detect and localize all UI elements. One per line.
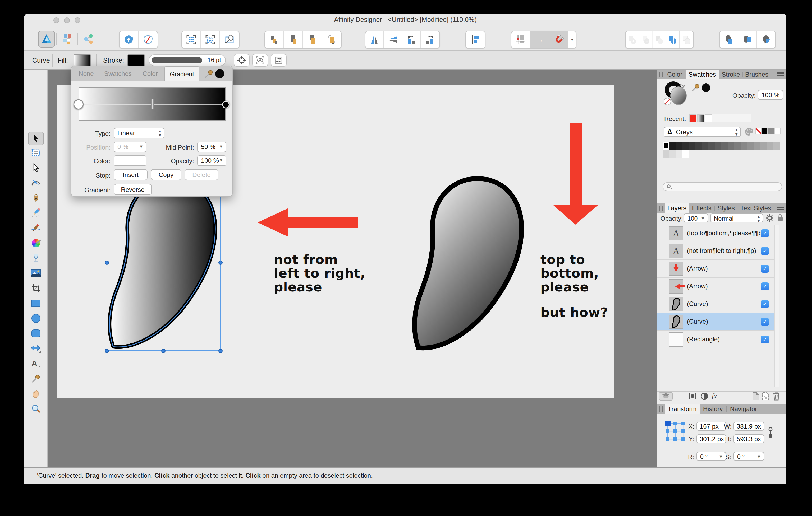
current-color-well[interactable] — [702, 84, 710, 92]
tab-history[interactable]: History — [701, 404, 725, 414]
hamburger-menu-icon[interactable] — [777, 206, 784, 211]
swatches-opacity-dropdown[interactable]: 100 %▼ — [758, 90, 783, 100]
mask-icon[interactable] — [689, 393, 696, 399]
tab-text-styles[interactable]: Text Styles — [739, 204, 773, 213]
panel-collapse-icon[interactable] — [659, 406, 663, 412]
lock-icon[interactable] — [777, 213, 784, 222]
swatch-cell[interactable] — [669, 142, 676, 150]
tool-artboard[interactable] — [30, 147, 42, 158]
swatch-cell[interactable] — [767, 142, 774, 150]
reverse-gradient-button[interactable]: Reverse — [114, 184, 152, 195]
tab-color[interactable]: Color — [138, 66, 162, 81]
alignment-button[interactable] — [466, 31, 485, 48]
boolean-combine-button[interactable] — [680, 31, 693, 48]
cycle-selection-box-button[interactable] — [252, 54, 268, 67]
insert-inside-target-button[interactable] — [738, 31, 757, 48]
gradient-stop-start[interactable] — [74, 99, 84, 110]
curve-shape-right[interactable] — [411, 172, 527, 354]
layer-visibility-checkbox[interactable]: ✓ — [761, 247, 769, 255]
swatch-cell[interactable] — [741, 142, 747, 150]
tool-rounded-rectangle[interactable] — [30, 328, 42, 339]
selection-handle-left[interactable] — [105, 261, 109, 265]
new-pixel-layer-icon[interactable] — [762, 392, 769, 400]
swatch-cell[interactable] — [754, 142, 760, 150]
lasso-transform-button[interactable] — [220, 31, 239, 48]
rotation-dropdown[interactable]: 0 °▼ — [696, 452, 726, 461]
tab-stroke[interactable]: Stroke — [720, 70, 742, 79]
tool-view-hand[interactable] — [30, 388, 42, 399]
x-field[interactable]: 167 px — [696, 422, 726, 431]
tool-vector-brush[interactable] — [30, 222, 42, 234]
layer-row[interactable]: A(top to¶bottom,¶please¶¶bu)✓ — [657, 224, 774, 242]
layer-row[interactable]: (Rectangle)✓ — [657, 331, 774, 348]
tab-transform[interactable]: Transform — [665, 404, 700, 414]
swatch-cell[interactable] — [682, 150, 689, 158]
selection-handle-bottom[interactable] — [161, 349, 166, 353]
selection-handle-right[interactable] — [219, 261, 223, 265]
delete-stop-button[interactable]: Delete — [184, 169, 219, 180]
insert-on-top-button[interactable] — [757, 31, 775, 48]
flip-vertical-button[interactable] — [384, 31, 402, 48]
pixel-persona-button[interactable] — [59, 31, 76, 48]
tab-layers[interactable]: Layers — [665, 204, 689, 213]
tool-node[interactable] — [30, 162, 42, 174]
eyedropper-icon[interactable] — [690, 83, 701, 93]
fill-swatch[interactable] — [74, 54, 91, 66]
boolean-divide-button[interactable] — [666, 31, 680, 48]
move-backward-button[interactable] — [303, 31, 322, 48]
position-dropdown[interactable]: 0 %▼ — [114, 142, 146, 152]
layer-row[interactable]: (Curve)✓ — [657, 313, 774, 331]
rotate-ccw-button[interactable] — [402, 31, 421, 48]
gradient-stop-end[interactable] — [222, 101, 230, 108]
swatch-search-field[interactable] — [663, 182, 782, 191]
move-forward-button[interactable] — [284, 31, 303, 48]
anchor-point-selector[interactable] — [665, 421, 686, 442]
layer-row[interactable]: (Arrow)✓ — [657, 278, 774, 295]
panel-collapse-icon[interactable] — [659, 72, 663, 77]
tab-color[interactable]: Color — [665, 70, 685, 79]
select-box-button[interactable] — [182, 31, 201, 48]
tab-brushes[interactable]: Brushes — [744, 70, 770, 79]
swatch-cell[interactable] — [747, 142, 754, 150]
tab-none[interactable]: None — [75, 66, 98, 81]
swatch-cell[interactable] — [675, 150, 682, 158]
tab-swatches[interactable]: Swatches — [101, 66, 135, 81]
tool-point-transform[interactable] — [30, 177, 42, 189]
layer-visibility-checkbox[interactable]: ✓ — [761, 282, 769, 291]
h-field[interactable]: 593.3 px — [733, 434, 764, 443]
tab-navigator[interactable]: Navigator — [727, 404, 760, 414]
recent-swatch[interactable] — [689, 114, 696, 122]
swatch-cell[interactable] — [708, 142, 715, 150]
snapping-button[interactable] — [549, 31, 569, 48]
color-well[interactable] — [114, 155, 146, 166]
palette-icon[interactable] — [745, 127, 754, 136]
swatch-cell[interactable] — [728, 142, 734, 150]
swatch-cell[interactable] — [715, 142, 721, 150]
snap-grid-button[interactable] — [511, 31, 530, 48]
quick-swatch[interactable] — [774, 128, 781, 134]
title-bar[interactable]: Affinity Designer - <Untitled> [Modified… — [24, 14, 786, 26]
tab-gradient[interactable]: Gradient — [165, 66, 199, 81]
swatch-cell[interactable] — [695, 142, 702, 150]
arrow-down-shape[interactable] — [553, 123, 598, 224]
selection-bounds[interactable] — [107, 175, 221, 351]
swatch-cell[interactable] — [675, 142, 682, 150]
panel-collapse-icon[interactable] — [659, 206, 663, 211]
swatch-cell[interactable] — [773, 142, 780, 150]
no-color-swatch[interactable] — [755, 128, 761, 134]
layer-visibility-checkbox[interactable]: ✓ — [761, 336, 769, 343]
tool-zoom[interactable] — [30, 403, 42, 415]
hamburger-menu-icon[interactable] — [777, 72, 784, 77]
tool-crop[interactable] — [30, 282, 42, 294]
swatch-cell[interactable] — [669, 150, 676, 158]
layers-stack-button[interactable] — [659, 392, 673, 400]
new-layer-icon[interactable] — [753, 392, 759, 400]
tab-effects[interactable]: Effects — [690, 204, 714, 213]
stroke-width-control[interactable]: 16 pt — [149, 54, 226, 66]
designer-persona-button[interactable] — [38, 31, 55, 48]
swatch-cell[interactable] — [682, 142, 689, 150]
move-to-back-button[interactable] — [322, 31, 341, 48]
swatch-cell[interactable] — [689, 142, 695, 150]
rotate-cw-button[interactable] — [421, 31, 439, 48]
boolean-add-button[interactable] — [626, 31, 639, 48]
